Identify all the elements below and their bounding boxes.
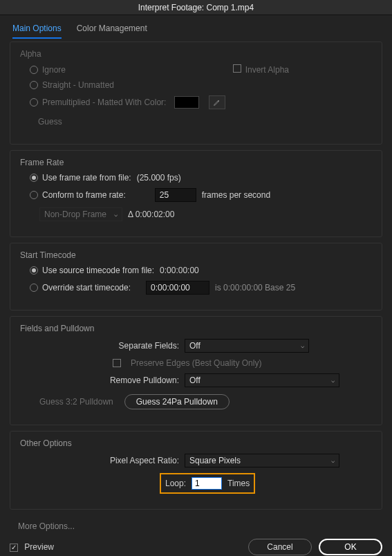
group-other-options: Other Options Pixel Aspect Ratio: Square… xyxy=(10,431,382,510)
source-timecode-value: 0:00:00:00 xyxy=(160,266,199,275)
checkbox-preserve-edges[interactable] xyxy=(113,359,121,367)
group-fields-pulldown: Fields and Pulldown Separate Fields: Off… xyxy=(10,316,382,425)
remove-pulldown-label: Remove Pulldown: xyxy=(20,376,179,385)
pixel-aspect-ratio-select[interactable]: Square Pixels⌵ xyxy=(185,454,339,467)
guess-24pa-pulldown-button[interactable]: Guess 24Pa Pulldown xyxy=(124,394,230,409)
separate-fields-label: Separate Fields: xyxy=(20,341,179,351)
ok-button[interactable]: OK xyxy=(319,539,382,555)
loop-suffix-label: Times xyxy=(227,479,250,488)
guess-alpha-button[interactable]: Guess xyxy=(30,115,71,129)
remove-pulldown-value: Off xyxy=(189,376,200,385)
checkbox-invert-alpha[interactable]: Invert Alpha xyxy=(233,64,289,75)
radio-override-timecode[interactable]: Override start timecode: xyxy=(30,283,131,293)
radio-alpha-ignore[interactable]: Ignore xyxy=(30,65,66,75)
loop-highlight: Loop: Times xyxy=(160,473,255,494)
footer: More Options... Preview Cancel OK xyxy=(0,515,392,556)
loop-label: Loop: xyxy=(165,479,186,488)
override-timecode-input[interactable] xyxy=(146,281,209,295)
remove-pulldown-select[interactable]: Off⌵ xyxy=(185,373,339,387)
chevron-down-icon: ⌵ xyxy=(114,211,118,218)
radio-conform-label: Conform to frame rate: xyxy=(42,190,126,200)
group-alpha: Alpha Ignore Invert Alpha Straight - Unm… xyxy=(10,41,382,145)
group-title-other-options: Other Options xyxy=(20,438,372,448)
radio-alpha-ignore-label: Ignore xyxy=(42,65,66,75)
radio-conform-frame-rate[interactable]: Conform to frame rate: xyxy=(30,190,126,200)
group-title-alpha: Alpha xyxy=(20,49,372,59)
pixel-aspect-ratio-value: Square Pixels xyxy=(189,456,241,465)
group-frame-rate: Frame Rate Use frame rate from file: (25… xyxy=(10,150,382,237)
radio-alpha-straight-label: Straight - Unmatted xyxy=(42,80,114,90)
content: Alpha Ignore Invert Alpha Straight - Unm… xyxy=(0,39,392,515)
radio-alpha-premultiplied[interactable]: Premultiplied - Matted With Color: xyxy=(30,98,166,107)
pixel-aspect-ratio-label: Pixel Aspect Ratio: xyxy=(20,456,179,465)
radio-use-frame-rate-from-file[interactable]: Use frame rate from file: xyxy=(30,173,131,183)
titlebar: Interpret Footage: Comp 1.mp4 xyxy=(0,0,392,15)
drop-frame-select[interactable]: Non-Drop Frame⌵ xyxy=(39,207,122,221)
radio-override-timecode-label: Override start timecode: xyxy=(42,283,131,293)
more-options-button[interactable]: More Options... xyxy=(14,519,79,533)
tab-main-options[interactable]: Main Options xyxy=(12,24,62,39)
group-title-fields-pulldown: Fields and Pulldown xyxy=(20,324,372,333)
chevron-down-icon: ⌵ xyxy=(301,342,304,349)
group-title-frame-rate: Frame Rate xyxy=(20,158,372,167)
checkbox-invert-alpha-label: Invert Alpha xyxy=(245,65,289,75)
timecode-delta: Δ 0:00:02:00 xyxy=(128,210,174,219)
checkbox-preview-box xyxy=(10,544,18,552)
checkbox-preview[interactable]: Preview xyxy=(10,542,54,552)
drop-frame-value: Non-Drop Frame xyxy=(44,210,106,219)
radio-alpha-premultiplied-label: Premultiplied - Matted With Color: xyxy=(42,98,166,107)
guess-32-pulldown-button[interactable]: Guess 3:2 Pulldown xyxy=(39,397,113,407)
tab-bar: Main Options Color Management xyxy=(0,15,392,39)
separate-fields-value: Off xyxy=(189,341,200,351)
group-start-timecode: Start Timecode Use source timecode from … xyxy=(10,243,382,311)
dialog: Interpret Footage: Comp 1.mp4 Main Optio… xyxy=(0,0,392,556)
timecode-info: is 0:00:00:00 Base 25 xyxy=(215,283,295,293)
file-frame-rate-value: (25.000 fps) xyxy=(137,173,181,183)
radio-alpha-straight[interactable]: Straight - Unmatted xyxy=(30,80,114,90)
loop-count-input[interactable] xyxy=(192,477,222,490)
chevron-down-icon: ⌵ xyxy=(331,377,335,384)
conform-frame-rate-input[interactable] xyxy=(155,188,196,202)
cancel-button[interactable]: Cancel xyxy=(248,539,312,555)
tab-color-management[interactable]: Color Management xyxy=(77,24,147,39)
radio-use-source-timecode[interactable]: Use source timecode from file: xyxy=(30,266,154,275)
radio-use-source-timecode-label: Use source timecode from file: xyxy=(42,266,154,275)
radio-use-frame-rate-label: Use frame rate from file: xyxy=(42,173,131,183)
checkbox-preserve-edges-label: Preserve Edges (Best Quality Only) xyxy=(131,358,261,368)
fps-suffix-label: frames per second xyxy=(202,190,270,200)
eyedropper-icon[interactable] xyxy=(209,95,225,109)
chevron-down-icon: ⌵ xyxy=(331,457,335,464)
matte-color-swatch[interactable] xyxy=(174,96,199,109)
separate-fields-select[interactable]: Off⌵ xyxy=(185,339,309,353)
checkbox-preview-label: Preview xyxy=(24,542,54,552)
group-title-start-timecode: Start Timecode xyxy=(20,250,372,260)
